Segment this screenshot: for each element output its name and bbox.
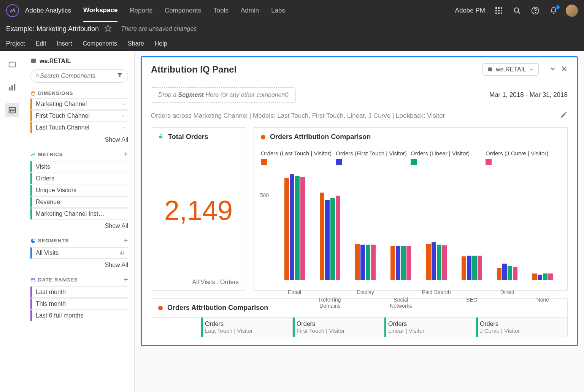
- global-nav: Adobe Analytics WorkspaceReportsComponen…: [0, 0, 584, 21]
- nav-item-admin[interactable]: Admin: [241, 0, 259, 21]
- bar: [401, 246, 406, 280]
- menu-components[interactable]: Components: [83, 40, 117, 47]
- add-metric-button[interactable]: +: [124, 150, 128, 159]
- chevron-down-icon: [529, 67, 534, 72]
- attribution-panel: Attribution IQ Panel we.RETAIL Drop a Se…: [141, 56, 578, 346]
- component-item[interactable]: Orders: [30, 173, 128, 184]
- project-menubar: ProjectEditInsertComponentsShareHelp: [0, 36, 584, 51]
- svg-point-24: [31, 91, 35, 93]
- svg-rect-4: [498, 10, 500, 11]
- menu-project[interactable]: Project: [6, 40, 25, 47]
- menu-help[interactable]: Help: [155, 40, 167, 47]
- dimension-icon: [30, 91, 36, 96]
- menu-edit[interactable]: Edit: [36, 40, 46, 47]
- component-item[interactable]: All VisitsA\: [30, 247, 128, 259]
- menu-insert[interactable]: Insert: [57, 40, 72, 47]
- chart-legend: Orders (Last Touch | Visitor)Orders (Fir…: [254, 146, 567, 170]
- component-search[interactable]: [30, 69, 128, 83]
- svg-rect-14: [9, 87, 10, 90]
- add-segment-button[interactable]: +: [124, 236, 128, 245]
- metric-icon: [30, 152, 36, 157]
- table-header-row: OrdersLast Touch | VisitorOrdersFirst To…: [151, 317, 567, 337]
- bar: [325, 200, 330, 280]
- nav-item-workspace[interactable]: Workspace: [83, 0, 117, 22]
- favorite-star-icon[interactable]: [104, 24, 112, 34]
- panel-subheader: Drop a Segment Here (or any other compon…: [142, 82, 577, 108]
- svg-point-23: [36, 74, 39, 77]
- table-column-header[interactable]: OrdersFirst Touch | Visitor: [292, 318, 384, 337]
- component-item[interactable]: First Touch Channel›: [30, 110, 128, 122]
- panel-close-icon[interactable]: [561, 65, 568, 74]
- apps-icon[interactable]: [494, 6, 503, 15]
- workspace-canvas: Attribution IQ Panel we.RETAIL Drop a Se…: [135, 51, 584, 392]
- bar: [502, 264, 507, 280]
- svg-rect-3: [495, 10, 497, 11]
- dimensions-show-all[interactable]: Show All: [30, 136, 128, 143]
- component-item[interactable]: Marketing Channel Inst…: [30, 208, 128, 220]
- x-axis-label: None: [525, 297, 560, 309]
- component-item[interactable]: Revenue: [30, 196, 128, 208]
- calendar-icon: [30, 277, 36, 283]
- bar: [360, 245, 365, 280]
- user-avatar[interactable]: [566, 5, 578, 17]
- table-column-header[interactable]: OrdersLast Touch | Visitor: [201, 318, 292, 337]
- nav-item-components[interactable]: Components: [165, 0, 201, 21]
- table-column-header[interactable]: OrdersLinear | Visitor: [384, 318, 476, 337]
- menu-share[interactable]: Share: [128, 40, 144, 47]
- project-titlebar: Example: Marketing Attribution There are…: [0, 21, 584, 36]
- metrics-section-head: METRICS +: [30, 150, 128, 159]
- bar: [371, 245, 376, 280]
- chart-x-labels: [254, 284, 567, 289]
- component-item[interactable]: This month: [30, 298, 128, 310]
- segments-show-all[interactable]: Show All: [30, 262, 128, 269]
- component-item[interactable]: Last 6 full months: [30, 310, 128, 321]
- filter-icon[interactable]: [116, 72, 123, 80]
- svg-rect-0: [495, 7, 497, 9]
- rail-components-icon[interactable]: [5, 103, 19, 117]
- panel-suite-selector[interactable]: we.RETAIL: [482, 63, 539, 76]
- bar: [355, 244, 360, 280]
- help-icon[interactable]: [531, 6, 540, 15]
- panel-header: Attribution IQ Panel we.RETAIL: [142, 57, 577, 82]
- component-item[interactable]: Last Touch Channel›: [30, 122, 128, 133]
- segments-section-head: SEGMENTS +: [30, 236, 128, 245]
- panel-description: Orders across Marketing Channel | Models…: [151, 112, 445, 120]
- notifications-icon[interactable]: [549, 6, 558, 15]
- search-input[interactable]: [40, 73, 116, 79]
- component-item[interactable]: Visits: [30, 161, 128, 172]
- bar: [437, 245, 441, 280]
- total-card-title: Total Orders: [168, 133, 208, 141]
- rail-visualizations-icon[interactable]: [5, 81, 19, 94]
- search-icon: [35, 73, 40, 79]
- bar: [478, 256, 482, 280]
- search-icon[interactable]: [513, 6, 522, 15]
- nav-item-reports[interactable]: Reports: [130, 0, 152, 21]
- rail-panels-icon[interactable]: [5, 58, 19, 71]
- dateranges-section-head: DATE RANGES +: [30, 275, 128, 284]
- org-switcher[interactable]: Adobe PM: [455, 7, 485, 14]
- nav-item-tools[interactable]: Tools: [213, 0, 229, 21]
- panel-collapse-icon[interactable]: [549, 65, 556, 74]
- component-item[interactable]: Last month: [30, 286, 128, 298]
- table-column-header[interactable]: OrdersJ Curve | Visitor: [476, 318, 567, 337]
- add-daterange-button[interactable]: +: [124, 275, 128, 284]
- database-icon: [30, 58, 36, 64]
- svg-rect-25: [31, 278, 35, 281]
- panel-date-range[interactable]: Mar 1, 2018 - Mar 31, 2018: [489, 91, 568, 99]
- legend-item: Orders (Linear | Visitor): [411, 150, 486, 166]
- component-item[interactable]: Unique Visitors: [30, 185, 128, 196]
- attribution-chart-card: Orders Attribution Comparison Orders (La…: [254, 127, 568, 291]
- svg-point-21: [13, 111, 14, 111]
- metrics-show-all[interactable]: Show All: [30, 223, 128, 229]
- panel-description-row: Orders across Marketing Channel | Models…: [142, 108, 577, 127]
- segment-dropzone[interactable]: Drop a Segment Here (or any other compon…: [151, 87, 296, 103]
- project-title: Example: Marketing Attribution: [6, 25, 99, 33]
- segments-label: SEGMENTS: [38, 238, 69, 243]
- bar: [300, 177, 305, 280]
- edit-description-icon[interactable]: [560, 111, 568, 120]
- svg-rect-15: [11, 85, 13, 91]
- nav-item-labs[interactable]: Labs: [271, 0, 285, 21]
- lock-icon: [158, 134, 163, 140]
- component-item[interactable]: Marketing Channel›: [30, 98, 128, 110]
- svg-rect-1: [498, 7, 500, 9]
